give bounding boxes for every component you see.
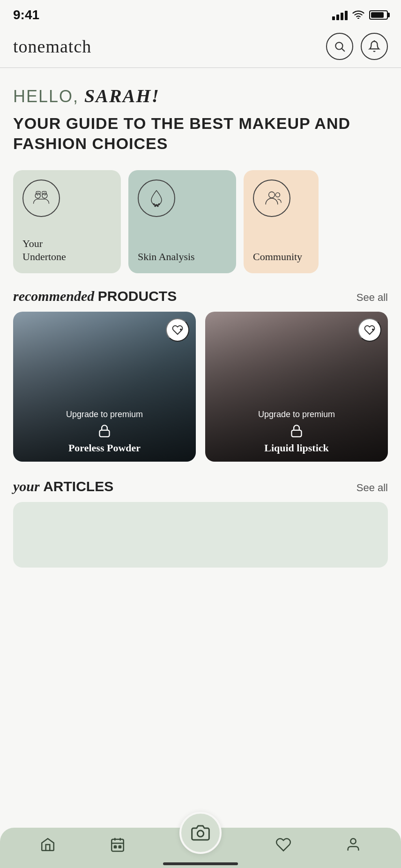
skin-analysis-label: Skin Analysis	[138, 250, 227, 264]
articles-section	[0, 502, 401, 575]
category-cards: YourUndertone Skin Analysis	[0, 163, 401, 284]
home-icon	[40, 837, 56, 853]
svg-point-0	[358, 18, 359, 19]
articles-title-emphasis: your	[13, 479, 40, 494]
tagline: YOUR GUIDE TO THE BEST MAKEUP AND FASHIO…	[13, 113, 388, 153]
products-title: recommended PRODUCTS	[13, 288, 177, 304]
skin-analysis-icon	[138, 180, 175, 217]
articles-title: your ARTICLES	[13, 479, 113, 494]
nav-item-calendar[interactable]	[110, 837, 126, 853]
products-title-suffix: PRODUCTS	[98, 288, 177, 304]
nav-item-profile[interactable]	[345, 837, 361, 853]
product-name-1: Poreless Powder	[21, 442, 188, 454]
app-logo: tonematch	[13, 36, 91, 57]
articles-see-all[interactable]: See all	[356, 482, 388, 494]
svg-point-1	[335, 42, 342, 49]
heart-icon	[275, 837, 291, 853]
header-actions	[326, 33, 388, 60]
status-icons	[332, 8, 388, 22]
svg-point-12	[157, 205, 158, 207]
greeting-name: Sarah!	[84, 85, 160, 106]
greeting-section: HELLO, Sarah! YOUR GUIDE TO THE BEST MAK…	[0, 68, 401, 163]
wishlist-button-1[interactable]	[166, 318, 189, 342]
products-grid: Upgrade to premium Poreless Powder Upgra…	[0, 312, 401, 475]
products-section-header: recommended PRODUCTS See all	[0, 284, 401, 312]
heart-plus-icon-2	[364, 324, 375, 336]
svg-point-13	[269, 192, 275, 198]
svg-point-14	[275, 193, 280, 197]
community-icon	[253, 180, 290, 217]
home-indicator	[163, 862, 238, 865]
camera-button[interactable]	[179, 812, 222, 854]
nav-item-home[interactable]	[40, 837, 56, 853]
camera-icon	[191, 823, 210, 842]
card-undertone[interactable]: YourUndertone	[13, 170, 121, 273]
product-info-2: Upgrade to premium Liquid lipstick	[213, 410, 380, 454]
premium-badge-1: Upgrade to premium	[21, 410, 188, 419]
heart-plus-icon	[172, 324, 183, 336]
svg-point-11	[155, 205, 156, 207]
lock-icon-2	[213, 424, 380, 437]
svg-point-10	[158, 203, 160, 205]
user-icon	[345, 837, 361, 853]
products-title-emphasis: recommended	[13, 288, 94, 304]
wishlist-button-2[interactable]	[358, 318, 381, 342]
lock-icon-1	[21, 424, 188, 437]
undertone-icon	[22, 180, 60, 217]
undertone-label: YourUndertone	[22, 237, 111, 264]
search-button[interactable]	[326, 33, 353, 60]
community-label: Community	[253, 250, 309, 264]
premium-badge-2: Upgrade to premium	[213, 410, 380, 419]
svg-rect-26	[119, 846, 121, 848]
svg-rect-21	[111, 839, 124, 852]
greeting-hello: HELLO,	[13, 87, 79, 106]
status-time: 9:41	[13, 7, 39, 22]
wifi-icon	[352, 8, 364, 22]
svg-rect-25	[114, 846, 116, 848]
product-card-liquid-lipstick[interactable]: Upgrade to premium Liquid lipstick	[205, 312, 388, 462]
svg-rect-20	[292, 430, 302, 437]
app-header: tonematch	[0, 28, 401, 68]
battery-icon	[369, 10, 388, 20]
product-name-2: Liquid lipstick	[213, 442, 380, 454]
articles-title-suffix: ARTICLES	[43, 479, 113, 494]
svg-rect-17	[100, 430, 110, 437]
bell-icon	[368, 40, 380, 52]
article-preview-card[interactable]	[13, 502, 388, 568]
product-info-1: Upgrade to premium Poreless Powder	[21, 410, 188, 454]
notification-button[interactable]	[361, 33, 388, 60]
svg-point-27	[197, 831, 203, 837]
card-skin-analysis[interactable]: Skin Analysis	[128, 170, 236, 273]
svg-point-28	[350, 838, 356, 844]
search-icon	[334, 40, 346, 52]
product-card-poreless-powder[interactable]: Upgrade to premium Poreless Powder	[13, 312, 196, 462]
svg-point-8	[153, 203, 155, 205]
greeting-text: HELLO, Sarah!	[13, 85, 388, 107]
status-bar: 9:41	[0, 0, 401, 28]
articles-section-header: your ARTICLES See all	[0, 475, 401, 502]
card-community[interactable]: Community	[244, 170, 319, 273]
calendar-icon	[110, 837, 126, 853]
svg-line-2	[342, 49, 345, 52]
products-see-all[interactable]: See all	[356, 292, 388, 304]
nav-item-wishlist[interactable]	[275, 837, 291, 853]
signal-icon	[332, 10, 348, 20]
